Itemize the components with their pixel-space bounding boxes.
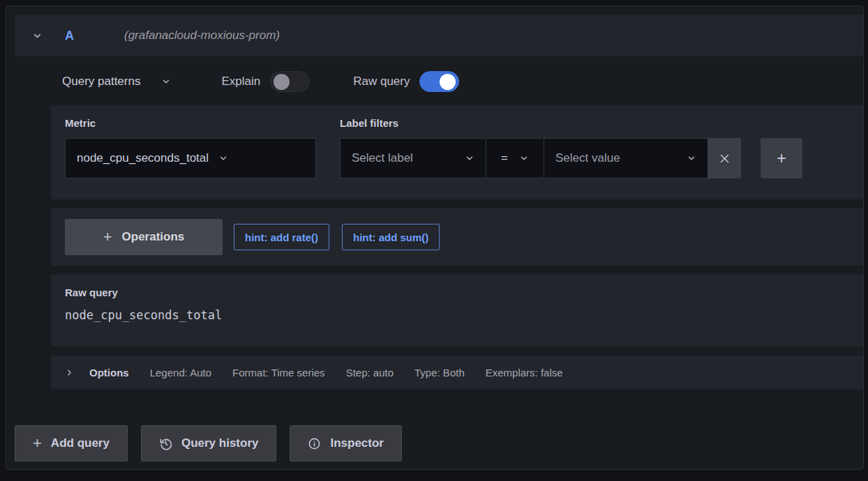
chevron-down-icon [218, 153, 228, 163]
inspector-label: Inspector [330, 436, 384, 450]
label-filter-row: Select label = Select value [340, 138, 741, 178]
options-title: Options [89, 367, 129, 379]
plus-icon: + [777, 148, 786, 168]
add-query-label: Add query [51, 436, 110, 450]
chevron-down-icon [687, 153, 696, 163]
metric-select-value: node_cpu_seconds_total [77, 151, 209, 165]
options-row[interactable]: Options Legend: Auto Format: Time series… [51, 356, 863, 389]
query-patterns-button[interactable]: Query patterns [62, 75, 140, 89]
options-step: Step: auto [346, 367, 394, 379]
chevron-right-icon[interactable] [65, 368, 74, 377]
filter-operator-value: = [501, 151, 508, 165]
query-ref-id: A [65, 29, 74, 43]
hint-add-sum-button[interactable]: hint: add sum() [342, 224, 440, 250]
chevron-down-icon [465, 153, 474, 163]
raw-query-code: node_cpu_seconds_total [65, 308, 849, 322]
metric-field-label: Metric [65, 117, 316, 129]
toggle-knob [440, 74, 456, 90]
chevron-down-icon[interactable] [161, 77, 171, 86]
operations-button-label: Operations [122, 230, 185, 244]
options-exemplars: Exemplars: false [486, 367, 563, 379]
filter-label-placeholder: Select label [352, 151, 413, 165]
query-history-button[interactable]: Query history [141, 425, 277, 461]
add-query-button[interactable]: + Add query [15, 425, 128, 461]
operations-panel: + Operations hint: add rate() hint: add … [51, 208, 863, 266]
query-editor-panel: A (grafanacloud-moxious-prom) Query patt… [6, 6, 864, 470]
query-row-header[interactable]: A (grafanacloud-moxious-prom) [15, 15, 863, 56]
info-icon [308, 437, 321, 450]
chevron-down-icon [519, 153, 529, 163]
label-filters-field: Label filters Select label = [340, 117, 802, 188]
query-history-label: Query history [181, 436, 259, 450]
remove-filter-button[interactable] [708, 138, 741, 178]
chevron-down-icon[interactable] [32, 31, 43, 41]
metric-select[interactable]: node_cpu_seconds_total [65, 138, 316, 178]
filter-operator-select[interactable]: = [486, 138, 544, 178]
metric-field: Metric node_cpu_seconds_total [65, 117, 316, 188]
close-icon [719, 153, 731, 165]
plus-icon: + [103, 228, 112, 246]
inspector-button[interactable]: Inspector [290, 425, 402, 461]
label-filters-label: Label filters [340, 117, 802, 129]
raw-query-label: Raw query [353, 75, 410, 89]
add-filter-button[interactable]: + [761, 138, 802, 178]
footer-toolbar: + Add query Query history Inspector [15, 425, 863, 461]
metric-filters-panel: Metric node_cpu_seconds_total Label filt… [51, 105, 863, 199]
plus-icon: + [33, 434, 42, 452]
options-format: Format: Time series [232, 367, 325, 379]
filter-value-select[interactable]: Select value [544, 138, 708, 178]
hint-add-rate-button[interactable]: hint: add rate() [234, 224, 329, 250]
datasource-note: (grafanacloud-moxious-prom) [124, 29, 280, 43]
add-operations-button[interactable]: + Operations [65, 219, 223, 255]
explain-label: Explain [221, 75, 260, 89]
query-toolbar: Query patterns Explain Raw query [51, 67, 863, 96]
raw-query-toggle[interactable] [419, 71, 459, 92]
filter-label-select[interactable]: Select label [340, 138, 486, 178]
raw-query-title: Raw query [65, 287, 849, 298]
options-type: Type: Both [414, 367, 465, 379]
raw-query-panel: Raw query node_cpu_seconds_total [51, 275, 863, 346]
explain-toggle[interactable] [270, 71, 310, 92]
history-icon [159, 437, 172, 450]
filter-value-placeholder: Select value [555, 151, 620, 165]
options-legend: Legend: Auto [150, 367, 211, 379]
toggle-knob [274, 74, 290, 90]
